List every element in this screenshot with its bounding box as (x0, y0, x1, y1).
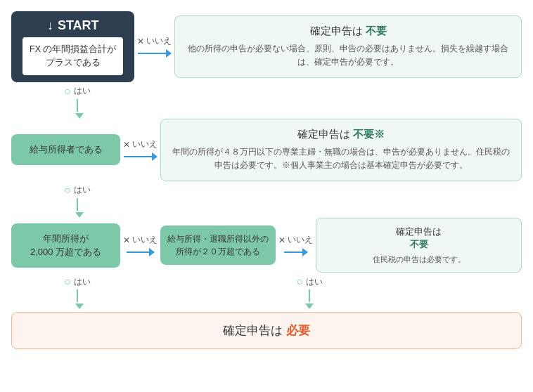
hai-label-row-1: ○ はい (64, 85, 91, 98)
final-prefix: 確定申告は (223, 324, 283, 337)
h-line-row-3 (127, 248, 155, 256)
result-title-3: 確定申告は 不要 (325, 226, 513, 251)
arrow-node2-to-node3: ✕ いいえ (123, 234, 158, 256)
arrow-head-down-4 (305, 303, 314, 309)
start-box: ↓ START FX の年間損益合計が プラスである (11, 11, 134, 82)
o-mark-4: ○ (297, 275, 304, 288)
down-arrow-2: ○ はい (64, 181, 91, 218)
h-line-row-2 (124, 152, 158, 161)
h-line-2 (124, 156, 152, 157)
hai-label-2: はい (74, 184, 91, 196)
o-mark-2: ○ (64, 184, 71, 197)
iie-label-2: いいえ (132, 138, 158, 150)
h-line-3 (127, 251, 149, 253)
arrow-node1-to-result2: ✕ いいえ (123, 138, 158, 161)
x-mark-4: ✕ (278, 235, 285, 245)
result1-prefix: 確定申告は (310, 25, 363, 37)
arrow-head-right-3 (149, 248, 155, 256)
down-arrow-3: ○ はい (64, 273, 91, 309)
down-arrow-4-container: ○ はい (105, 273, 522, 309)
o-mark-3: ○ (64, 275, 71, 288)
x-mark-1: ✕ (137, 37, 144, 46)
node1-label: 給与所得者である (30, 144, 103, 155)
arrow-head-right-2 (152, 152, 158, 161)
row-1: ↓ START FX の年間損益合計が プラスである ✕ いいえ 確定申告は (11, 11, 522, 82)
arrow-head-down-3 (75, 303, 84, 309)
arrow-head-down-2 (75, 212, 84, 218)
h-line-row-4 (284, 248, 308, 256)
node2-label-line1: 年間所得が (43, 233, 89, 244)
result-title-2: 確定申告は 不要※ (172, 128, 510, 141)
hai-label-1: はい (74, 85, 91, 97)
node3-box: 給与所得・退職所得以外の 所得が２０万超である (160, 226, 276, 265)
h-line-row-1 (138, 49, 172, 58)
result3-desc: 住民税の申告は必要です。 (325, 254, 513, 266)
iie-label-3: いいえ (132, 234, 158, 246)
start-text: START (58, 18, 99, 33)
node3-label-line2: 所得が２０万超である (176, 247, 260, 256)
result3-line1: 確定申告は (396, 226, 442, 237)
h-line-4 (284, 251, 302, 253)
start-description: FX の年間損益合計が プラスである (23, 37, 123, 75)
arrow-head-right-4 (302, 248, 308, 256)
start-desc-line2: プラスである (46, 58, 101, 67)
bottom-arrow-row: ○ はい ○ はい (11, 273, 522, 309)
diagram: ↓ START FX の年間損益合計が プラスである ✕ いいえ 確定申告は (11, 11, 522, 349)
result-box-1: 確定申告は 不要 他の所得の申告が必要ない場合、原則、申告の必要はありません。損… (174, 15, 522, 78)
node2-label-line2: 2,000 万超である (30, 247, 101, 257)
row-2: 給与所得者である ✕ いいえ 確定申告は 不要※ 年間の所得が４８万円以下の専業… (11, 119, 522, 181)
final-title: 確定申告は 必要 (23, 322, 510, 339)
result2-key: 不要※ (353, 128, 385, 140)
start-desc-line1: FX の年間損益合計が (30, 44, 116, 54)
h-line-1 (138, 53, 166, 54)
result1-key: 不要 (366, 25, 387, 37)
arrow-head-down-1 (75, 113, 84, 119)
start-arrow: ↓ (47, 18, 53, 33)
hai-label-4: はい (306, 276, 323, 288)
hai-label-row-4: ○ はい (297, 275, 323, 288)
row-3: 年間所得が 2,000 万超である ✕ いいえ 給与所得・退職所得以外の 所得が… (11, 218, 522, 273)
final-box: 確定申告は 必要 (11, 312, 522, 349)
x-mark-3: ✕ (123, 235, 130, 245)
hai-label-row-2: ○ はい (64, 184, 91, 197)
arrow-head-right-1 (166, 49, 172, 58)
down-arrow-1: ○ はい (64, 82, 91, 119)
iie-label-1: いいえ (146, 35, 172, 47)
start-label: ↓ START (23, 18, 123, 33)
hai-label-row-3: ○ はい (64, 275, 91, 288)
arrow-node3-to-result3: ✕ いいえ (278, 234, 313, 256)
arrow-start-to-result1: ✕ いいえ (137, 35, 172, 58)
node3-label-line1: 給与所得・退職所得以外の (167, 234, 269, 244)
result1-desc: 他の所得の申告が必要ない場合、原則、申告の必要はありません。損失を繰越す場合は、… (186, 42, 510, 69)
node2-box: 年間所得が 2,000 万超である (11, 223, 120, 268)
v-line-2 (77, 198, 78, 211)
result2-prefix: 確定申告は (297, 128, 350, 140)
hai-label-3: はい (74, 276, 91, 288)
result-title-1: 確定申告は 不要 (186, 25, 510, 38)
result3-key: 不要 (410, 239, 428, 249)
v-line-4 (309, 289, 310, 302)
v-line-3 (77, 289, 78, 302)
v-line-1 (77, 99, 78, 112)
iie-label-4: いいえ (288, 234, 313, 246)
result-box-3: 確定申告は 不要 住民税の申告は必要です。 (316, 218, 522, 273)
o-mark-1: ○ (64, 85, 71, 98)
node1-box: 給与所得者である (11, 134, 120, 165)
final-key: 必要 (286, 324, 310, 337)
x-mark-2: ✕ (123, 140, 130, 150)
result-box-2: 確定申告は 不要※ 年間の所得が４８万円以下の専業主婦・無職の場合は、申告が必要… (160, 119, 522, 181)
result2-desc: 年間の所得が４８万円以下の専業主婦・無職の場合は、申告が必要ありません。住民税の… (172, 145, 510, 172)
